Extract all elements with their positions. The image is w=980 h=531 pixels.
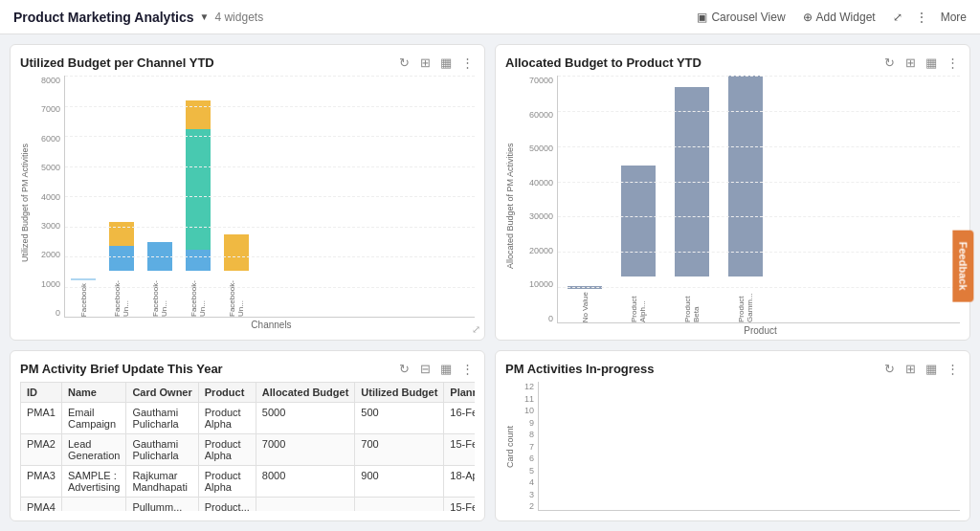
- more-dots-icon[interactable]: ⋮: [916, 11, 927, 24]
- table-cell: [355, 498, 444, 512]
- table-row: PMA1Email CampaignGauthami PulicharlaPro…: [21, 403, 476, 434]
- table-header-row: ID Name Card Owner Product Allocated Bud…: [21, 383, 476, 403]
- more-label[interactable]: More: [941, 11, 967, 24]
- widget1-title: Utilized Budget per Channel YTD: [20, 55, 214, 70]
- pm-activity-table: ID Name Card Owner Product Allocated Bud…: [20, 382, 475, 511]
- bar-chart-wrap-1: Utilized Budget of PM Activities 8000 70…: [20, 76, 475, 330]
- widgets-count: 4 widgets: [214, 11, 263, 24]
- bar-segment: [186, 100, 211, 129]
- refresh-icon[interactable]: ↻: [396, 55, 412, 70]
- widget4-chart-inner: Card count 12 11 10 9 8 7 6 5 4 3 2: [505, 382, 960, 511]
- bar-chart-wrap-2: Allocated Budget of PM Activities 70000 …: [505, 76, 960, 336]
- y-ticks-2: 70000 60000 50000 40000 30000 20000 1000…: [519, 76, 557, 323]
- table-cell: 5000: [256, 403, 354, 434]
- top-bar-right: ▣ Carousel View ⊕ Add Widget ⤢ ⋮ More: [697, 9, 967, 26]
- table-row: PMA3SAMPLE : AdvertisingRajkumar Mandhap…: [21, 466, 476, 498]
- table-cell: Product Alpha: [198, 403, 256, 434]
- table-cell: PMA2: [21, 434, 62, 466]
- grid-icon[interactable]: ⊞: [417, 55, 433, 70]
- table-cell: 16-Feb-2023: [444, 403, 475, 434]
- table-cell: Product...: [198, 498, 256, 512]
- bar-group-pg: Product Gamm...: [728, 76, 763, 322]
- dashboard-grid: Utilized Budget per Channel YTD ↻ ⊞ ▦ ⋮ …: [0, 34, 980, 531]
- table-cell: 900: [355, 466, 444, 498]
- x-axis-title-1: Channels: [33, 320, 475, 330]
- widget4-title: PM Activities In-progress: [505, 362, 655, 376]
- bar-icon-4[interactable]: ▦: [924, 361, 939, 376]
- col-id: ID: [21, 383, 62, 403]
- refresh-icon-2[interactable]: ↻: [881, 55, 897, 70]
- table-cell: 18-Apr-2023: [444, 466, 475, 498]
- bar-segment: [224, 234, 249, 271]
- expand-icon-1[interactable]: ⤢: [472, 323, 480, 336]
- x-label-pa: Product Alph...: [630, 279, 647, 322]
- bar-group-4: Facebook-Un...: [186, 100, 211, 317]
- y-axis-label-2: Allocated Budget of PM Activities: [505, 76, 519, 336]
- table-cell: Gauthami Pulicharla: [126, 403, 198, 434]
- widget2-actions: ↻ ⊞ ▦ ⋮: [881, 55, 960, 70]
- grid-icon-4[interactable]: ⊞: [902, 361, 918, 376]
- table-cell: 15-Feb-...: [444, 498, 475, 512]
- col-product: Product: [198, 383, 256, 403]
- col-utilized-budget: Utilized Budget: [355, 383, 444, 403]
- widget4-bars-area: [538, 382, 960, 511]
- add-widget-button[interactable]: ⊕ Add Widget: [799, 9, 880, 26]
- bar-pa: [621, 166, 656, 277]
- table-body: PMA1Email CampaignGauthami PulicharlaPro…: [21, 403, 476, 512]
- widget4-header: PM Activities In-progress ↻ ⊞ ▦ ⋮: [505, 361, 960, 376]
- y-ticks-4: 12 11 10 9 8 7 6 5 4 3 2: [519, 382, 538, 511]
- refresh-icon-4[interactable]: ↻: [881, 361, 897, 376]
- grid-icon-2[interactable]: ⊞: [902, 55, 918, 70]
- bar-group-3: Facebook-Un...: [147, 242, 172, 317]
- bar-stack-4: [186, 100, 211, 271]
- table-cell: SAMPLE : Advertising: [61, 466, 125, 498]
- expand-arrows-icon[interactable]: ⤢: [893, 11, 902, 24]
- bar-group-pb: Product Beta: [675, 87, 709, 322]
- refresh-icon-3[interactable]: ↻: [396, 361, 412, 376]
- bar-segment: [186, 129, 211, 250]
- table-cell: PMA4: [21, 498, 62, 512]
- carousel-icon: ▣: [697, 11, 707, 24]
- x-label-nv: No Value: [581, 292, 590, 322]
- bar-stack-1: [71, 278, 96, 280]
- bar-segment: [147, 242, 172, 271]
- table-icon-3[interactable]: ⊟: [417, 361, 433, 376]
- add-icon: ⊕: [803, 11, 813, 24]
- feedback-tab[interactable]: Feedback: [953, 230, 974, 301]
- dots-menu-icon-2[interactable]: ⋮: [945, 55, 960, 70]
- widget1-header: Utilized Budget per Channel YTD ↻ ⊞ ▦ ⋮: [20, 55, 475, 70]
- x-label-4: Facebook-Un...: [189, 274, 207, 317]
- bar-pg: [728, 76, 763, 277]
- bar-segment: [71, 278, 96, 280]
- bar-icon-3[interactable]: ▦: [438, 361, 454, 376]
- widget3-actions: ↻ ⊟ ▦ ⋮: [396, 361, 475, 376]
- widget2-title: Allocated Budget to Product YTD: [505, 55, 702, 70]
- table-cell: 500: [355, 403, 444, 434]
- widget2-header: Allocated Budget to Product YTD ↻ ⊞ ▦ ⋮: [505, 55, 960, 70]
- table-row: PMA4Pullumm...Product...15-Feb-...22-Apr…: [21, 498, 476, 512]
- table-cell: [256, 498, 354, 512]
- bar-stack-3: [147, 242, 172, 271]
- dots-menu-icon-4[interactable]: ⋮: [945, 361, 960, 376]
- bar-group-5: Facebook-Un...: [224, 234, 249, 317]
- table-cell: Rajkumar Mandhapati: [126, 466, 198, 498]
- dots-menu-icon[interactable]: ⋮: [459, 55, 475, 70]
- widget1-actions: ↻ ⊞ ▦ ⋮: [396, 55, 475, 70]
- table-cell: Lead Generation: [61, 434, 125, 466]
- add-widget-label: Add Widget: [816, 11, 876, 24]
- carousel-view-button[interactable]: ▣ Carousel View: [697, 11, 785, 24]
- widget-utilized-budget: Utilized Budget per Channel YTD ↻ ⊞ ▦ ⋮ …: [10, 44, 485, 341]
- bar-icon[interactable]: ▦: [438, 55, 454, 70]
- widget4-chart: Card count 12 11 10 9 8 7 6 5 4 3 2: [505, 382, 960, 511]
- table-cell: Gauthami Pulicharla: [126, 434, 198, 466]
- x-label-3: Facebook-Un...: [151, 274, 168, 317]
- widget3-header: PM Activity Brief Update This Year ↻ ⊟ ▦…: [20, 361, 475, 376]
- title-dropdown-icon[interactable]: ▼: [200, 11, 210, 22]
- bar-icon-2[interactable]: ▦: [924, 55, 939, 70]
- dots-menu-icon-3[interactable]: ⋮: [459, 361, 475, 376]
- widget1-chart: Utilized Budget of PM Activities 8000 70…: [20, 76, 475, 330]
- widget-allocated-budget: Allocated Budget to Product YTD ↻ ⊞ ▦ ⋮ …: [495, 44, 970, 341]
- y-axis-label-1: Utilized Budget of PM Activities: [20, 76, 33, 330]
- carousel-label: Carousel View: [711, 11, 785, 24]
- x-label-1: Facebook: [79, 283, 88, 317]
